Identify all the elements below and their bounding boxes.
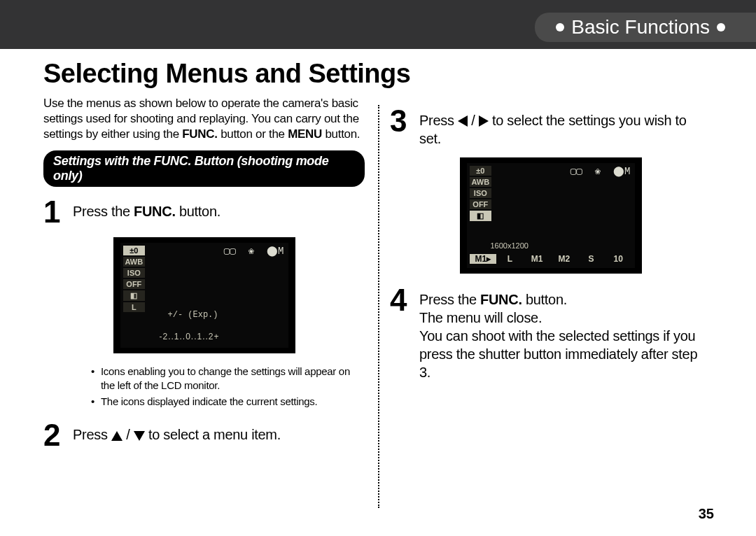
off-tag: OFF [470, 199, 492, 209]
step-body: Press the FUNC. button. [73, 197, 220, 220]
step3-a: Press [419, 113, 458, 128]
bullet-2: The icons displayed indicate the current… [91, 395, 359, 409]
menu-label: MENU [288, 127, 322, 141]
subsection-pill: Settings with the FUNC. Button (shooting… [43, 150, 365, 187]
down-arrow-icon [134, 431, 145, 441]
right-column: 3 Press / to select the settings you wis… [377, 96, 711, 458]
step1-a: Press the [73, 204, 134, 219]
exposure-scale: -2..1..0..1..2+ [160, 332, 283, 341]
strip-l: L [496, 254, 524, 264]
slash: / [468, 113, 479, 128]
strip-m2: M2 [551, 254, 578, 264]
intro-text: Use the menus as shown below to operate … [43, 96, 365, 142]
left-column: Use the menus as shown below to operate … [43, 96, 377, 458]
strip-m1: M1 [524, 254, 551, 264]
func-label: FUNC. [182, 127, 217, 141]
step1-func: FUNC. [134, 204, 176, 219]
step-body: Press / to select a menu item. [73, 420, 281, 444]
page-title: Selecting Menus and Settings [43, 59, 711, 89]
step2-a: Press [73, 427, 111, 442]
step4-func: FUNC. [480, 292, 522, 307]
flower-icon: ❀ [248, 245, 254, 257]
strip-s: S [578, 254, 605, 264]
awb-tag: AWB [470, 177, 492, 187]
strip-10: 10 [605, 254, 632, 264]
step4-a: Press the [419, 292, 480, 307]
exposure-tag: ±0 [123, 246, 146, 255]
overlap-icon: ▢▢ [224, 245, 236, 257]
flower-icon: ❀ [595, 165, 601, 177]
overlap-icon: ▢▢ [570, 165, 582, 177]
right-arrow-icon [479, 115, 489, 127]
slash: / [122, 427, 134, 442]
mode-icon: ⬤M [267, 245, 284, 257]
up-arrow-icon [111, 431, 122, 441]
step-body: Press / to select the settings you wish … [419, 106, 711, 148]
section-tab: Basic Functions [535, 13, 756, 42]
step-3: 3 Press / to select the settings you wis… [390, 106, 711, 148]
step2-b: to select a menu item. [145, 427, 281, 442]
resolution-label: 1600x1200 [491, 241, 631, 250]
step4-e: You can shoot with the selected settings… [419, 328, 697, 380]
header-bar: Basic Functions [0, 0, 756, 49]
lcd-screenshot-2: ▢▢ ❀ ⬤M ±0 AWB ISO OFF ◧ 1600x1200 M1▸ [460, 157, 642, 276]
size-strip: M1▸ L M1 M2 S 10 [470, 253, 632, 265]
step-number: 2 [43, 420, 73, 451]
dot-icon [556, 23, 564, 31]
page-number: 35 [699, 506, 714, 522]
step-body: Press the FUNC. button. The menu will cl… [419, 285, 711, 381]
awb-tag: AWB [123, 257, 146, 267]
step4-d: The menu will close. [419, 310, 542, 325]
intro-c: button. [322, 127, 360, 141]
mode-icon: ⬤M [613, 165, 630, 177]
exposure-tag: ±0 [470, 166, 492, 176]
iso-tag: ISO [470, 188, 492, 198]
frame-tag: ◧ [123, 290, 146, 301]
step-number: 4 [390, 285, 419, 316]
bullet-1: Icons enabling you to change the setting… [91, 365, 359, 392]
step4-c: button. [522, 292, 567, 307]
section-title: Basic Functions [571, 16, 710, 38]
lcd-screenshot-1: ▢▢ ❀ ⬤M ±0 AWB ISO OFF ◧ L +/- (Exp.) -2… [113, 237, 295, 356]
step-4: 4 Press the FUNC. button. The menu will … [390, 285, 711, 381]
off-tag: OFF [123, 279, 146, 289]
intro-b: button or the [218, 127, 288, 141]
bullet-list: Icons enabling you to change the setting… [43, 365, 365, 409]
step-1: 1 Press the FUNC. button. [43, 197, 365, 227]
left-arrow-icon [458, 115, 468, 127]
frame-tag: ◧ [470, 211, 492, 221]
step1-c: button. [176, 204, 220, 219]
size-l-tag: L [123, 302, 146, 312]
step-number: 3 [390, 106, 419, 136]
strip-m1-sel: M1▸ [470, 254, 497, 264]
step-number: 1 [43, 197, 73, 227]
step-2: 2 Press / to select a menu item. [43, 420, 365, 451]
dot-icon [717, 23, 725, 31]
column-divider [378, 105, 379, 508]
exposure-label: +/- (Exp.) [168, 310, 218, 320]
iso-tag: ISO [123, 268, 146, 278]
